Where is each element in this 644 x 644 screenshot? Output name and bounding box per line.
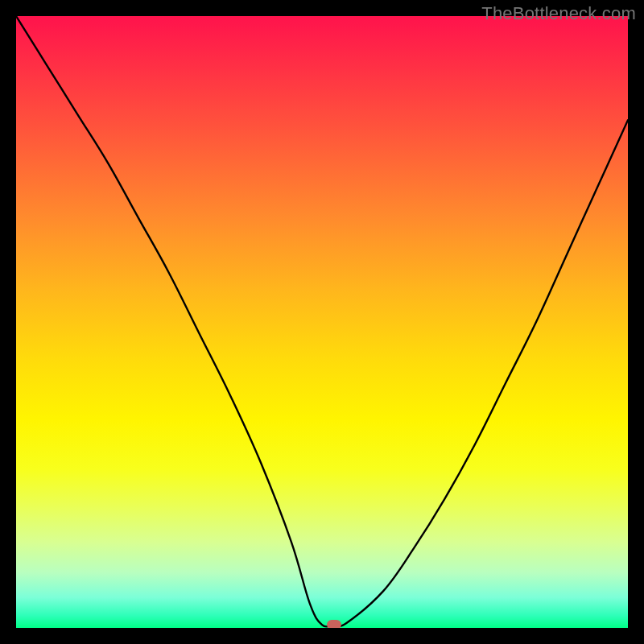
watermark-text: TheBottleneck.com (481, 3, 636, 24)
curve-layer (16, 16, 628, 628)
optimum-marker (327, 620, 341, 628)
bottleneck-curve (16, 16, 628, 626)
chart-frame: TheBottleneck.com (0, 0, 644, 644)
plot-area (16, 16, 628, 628)
